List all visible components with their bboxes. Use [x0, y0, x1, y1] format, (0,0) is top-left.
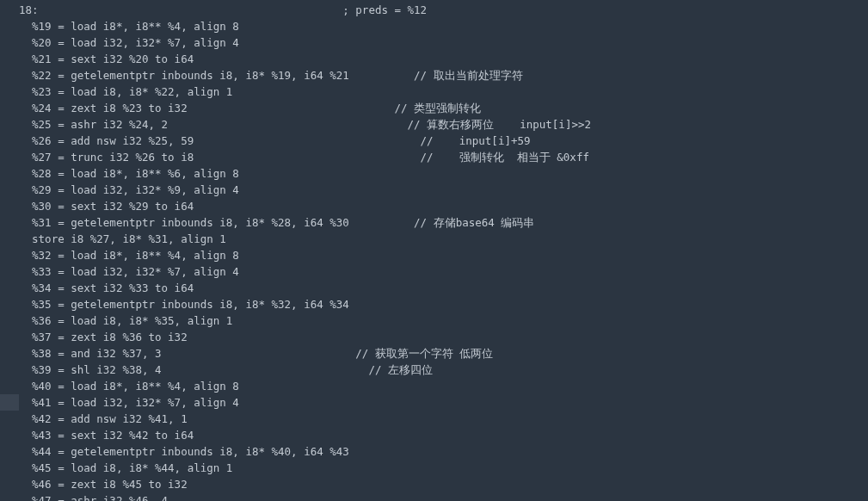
gutter-line [0, 280, 19, 296]
code-line: %26 = add nsw i32 %25, 59 // input[i]+59 [19, 133, 868, 149]
code-line: 18: ; preds = %12 [19, 2, 868, 18]
gutter-line [0, 362, 19, 378]
code-editor: 18: ; preds = %12 %19 = load i8*, i8** %… [0, 0, 868, 501]
gutter-line [0, 116, 19, 133]
code-line: %21 = sext i32 %20 to i64 [19, 51, 868, 67]
code-line: %44 = getelementptr inbounds i8, i8* %40… [19, 443, 868, 460]
gutter-line [0, 34, 19, 51]
gutter-line [0, 214, 19, 231]
code-area: 18: ; preds = %12 %19 = load i8*, i8** %… [19, 2, 868, 501]
code-line: %46 = zext i8 %45 to i32 [19, 476, 868, 492]
gutter-line [0, 263, 19, 280]
code-line: %42 = add nsw i32 %41, 1 [19, 411, 868, 427]
code-line: %36 = load i8, i8* %35, align 1 [19, 312, 868, 329]
gutter-line [0, 165, 19, 182]
code-line: %25 = ashr i32 %24, 2 // 算数右移两位 input[i]… [19, 116, 868, 133]
gutter-line [0, 443, 19, 460]
gutter-line [0, 394, 19, 411]
code-line: %20 = load i32, i32* %7, align 4 [19, 34, 868, 51]
gutter-line [0, 427, 19, 443]
code-line: %19 = load i8*, i8** %4, align 8 [19, 18, 868, 34]
gutter-line [0, 100, 19, 116]
code-line: %33 = load i32, i32* %7, align 4 [19, 263, 868, 280]
code-line: %24 = zext i8 %23 to i32 // 类型强制转化 [19, 100, 868, 116]
gutter-line [0, 182, 19, 198]
code-line: store i8 %27, i8* %31, align 1 [19, 231, 868, 247]
gutter-line [0, 345, 19, 362]
gutter-line [0, 247, 19, 263]
code-line: %27 = trunc i32 %26 to i8 // 强制转化 相当于 &0… [19, 149, 868, 165]
code-line: %45 = load i8, i8* %44, align 1 [19, 460, 868, 476]
code-line: %35 = getelementptr inbounds i8, i8* %32… [19, 296, 868, 312]
code-line: %28 = load i8*, i8** %6, align 8 [19, 165, 868, 182]
gutter-line [0, 329, 19, 345]
gutter [0, 2, 19, 501]
code-line: %30 = sext i32 %29 to i64 [19, 198, 868, 214]
code-line: %32 = load i8*, i8** %4, align 8 [19, 247, 868, 263]
gutter-line [0, 296, 19, 312]
gutter-line [0, 133, 19, 149]
code-line: %39 = shl i32 %38, 4 // 左移四位 [19, 362, 868, 378]
gutter-line [0, 67, 19, 84]
gutter-line [0, 198, 19, 214]
gutter-line [0, 312, 19, 329]
gutter-line [0, 18, 19, 34]
gutter-line [0, 2, 19, 18]
code-line: %23 = load i8, i8* %22, align 1 [19, 84, 868, 100]
code-line: %38 = and i32 %37, 3 // 获取第一个字符 低两位 [19, 345, 868, 362]
gutter-line [0, 149, 19, 165]
gutter-line [0, 378, 19, 394]
gutter-line [0, 231, 19, 247]
code-line: %22 = getelementptr inbounds i8, i8* %19… [19, 67, 868, 84]
code-line: %29 = load i32, i32* %9, align 4 [19, 182, 868, 198]
code-line: %41 = load i32, i32* %7, align 4 [19, 394, 868, 411]
code-line: %43 = sext i32 %42 to i64 [19, 427, 868, 443]
gutter-line [0, 492, 19, 501]
gutter-line [0, 411, 19, 427]
code-line: %31 = getelementptr inbounds i8, i8* %28… [19, 214, 868, 231]
code-line: %47 = ashr i32 %46, 4 [19, 492, 868, 501]
gutter-line [0, 476, 19, 492]
gutter-line [0, 84, 19, 100]
code-line: %37 = zext i8 %36 to i32 [19, 329, 868, 345]
gutter-line [0, 51, 19, 67]
code-line: %34 = sext i32 %33 to i64 [19, 280, 868, 296]
gutter-line [0, 460, 19, 476]
code-line: %40 = load i8*, i8** %4, align 8 [19, 378, 868, 394]
